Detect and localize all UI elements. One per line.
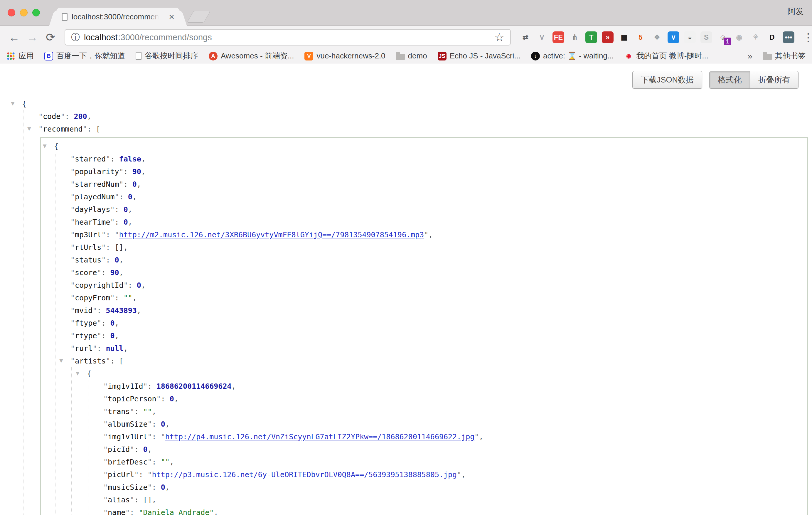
- format-button[interactable]: 格式化: [709, 71, 750, 88]
- json-key: playedNum: [75, 193, 115, 201]
- address-bar[interactable]: ⓘ localhost :3000/recommend/songs ☆: [65, 29, 511, 46]
- download-json-button[interactable]: 下载JSON数据: [632, 71, 702, 89]
- json-row: "rtype": 0,: [70, 330, 807, 342]
- json-row: "score": 90,: [70, 266, 807, 279]
- page-info-icon[interactable]: ⓘ: [71, 31, 80, 44]
- collapse-triangle-icon[interactable]: ▼: [43, 140, 47, 152]
- json-row: ▼{: [87, 367, 807, 380]
- bookmark-echojs[interactable]: JSEcho JS - JavaScri...: [438, 51, 521, 60]
- json-key: img1v1Id: [108, 382, 143, 391]
- fe-extension-icon[interactable]: FE: [552, 31, 564, 43]
- url-host: localhost: [84, 33, 117, 42]
- collapse-triangle-icon[interactable]: ▼: [76, 367, 80, 380]
- browser-toolbar: ← → ⟳ ⓘ localhost :3000/recommend/songs …: [0, 26, 812, 49]
- lastpass-extension-icon[interactable]: •••: [783, 31, 794, 43]
- bookmark-weibo-home[interactable]: ◉我的首页 微博-随时...: [624, 51, 708, 61]
- json-key: rtUrls: [75, 243, 101, 252]
- shield-t-extension-icon[interactable]: T: [585, 31, 597, 43]
- bookmark-active[interactable]: ↓active: ⌛ - waiting...: [531, 51, 614, 60]
- bookmark-echojs-icon: JS: [438, 52, 446, 60]
- bookmark-google-time-sort-label: 谷歌按时间排序: [145, 51, 198, 61]
- json-row: "rtUrls": [],: [70, 241, 807, 254]
- json-value: []: [143, 496, 152, 504]
- json-row: "copyrightId": 0,: [70, 279, 807, 291]
- maximize-window-button[interactable]: [32, 9, 40, 17]
- other-bookmarks-label: 其他书签: [775, 51, 806, 61]
- json-row: ▼{: [54, 140, 807, 153]
- bookmark-star-icon[interactable]: ☆: [494, 31, 504, 44]
- json-row: ▼"recommend": [: [38, 123, 812, 135]
- page-favicon-icon: [62, 13, 67, 21]
- json-row: "picUrl": "http://p3.music.126.net/6y-Ul…: [103, 468, 807, 481]
- bookmark-baidu[interactable]: B百度一下，你就知道: [44, 51, 125, 61]
- json-row: "picId": 0,: [103, 443, 807, 456]
- json-row: ▼"artists": [: [70, 355, 807, 367]
- json-row: "topicPerson": 0,: [103, 393, 807, 405]
- json-url-link[interactable]: http://m2.music.126.net/3XR6BU6yvtyVmFE8…: [119, 230, 424, 239]
- reload-button[interactable]: ⟳: [44, 31, 58, 44]
- collapse-triangle-icon[interactable]: ▼: [11, 97, 15, 110]
- tab-title-fade: [149, 11, 162, 23]
- json-tree: ▼{"code": 200,▼"recommend": [▼{"starred"…: [22, 97, 812, 515]
- html5-player-extension-icon[interactable]: 5: [635, 31, 646, 43]
- dark-reader-extension-icon[interactable]: D: [766, 31, 778, 43]
- json-value: 0: [143, 445, 148, 454]
- tab-close-button[interactable]: ×: [169, 12, 174, 22]
- json-key: picId: [108, 445, 130, 454]
- bookmark-google-time-sort-icon: [136, 52, 142, 60]
- monkey-extension-icon[interactable]: ☺1: [717, 31, 729, 43]
- json-value: null: [106, 344, 123, 353]
- bookmark-active-label: active: ⌛ - waiting...: [543, 51, 614, 60]
- json-value: 0: [161, 420, 165, 428]
- other-bookmarks-folder[interactable]: 其他书签: [763, 51, 806, 61]
- json-row: "alias": [],: [103, 493, 807, 506]
- translate-extension-icon[interactable]: ⇄: [520, 31, 531, 43]
- folder-icon: [763, 54, 772, 60]
- vue-devtools-extension-icon[interactable]: V: [536, 31, 548, 43]
- profile-name[interactable]: 阿发: [787, 6, 804, 17]
- bookmark-apps[interactable]: 应用: [6, 51, 34, 61]
- window-titlebar: localhost:3000/recommend/so × 阿发: [0, 0, 812, 26]
- incognito-extension-icon[interactable]: ◒: [684, 31, 696, 43]
- json-key: score: [75, 268, 97, 277]
- close-window-button[interactable]: [8, 9, 15, 17]
- back-button[interactable]: ←: [7, 31, 21, 44]
- collapse-triangle-icon[interactable]: ▼: [27, 122, 31, 135]
- minimize-window-button[interactable]: [20, 9, 28, 17]
- collapse-all-button[interactable]: 折叠所有: [750, 71, 798, 88]
- json-key: status: [75, 256, 101, 264]
- bookmark-demo-folder[interactable]: demo: [396, 51, 427, 60]
- collapse-triangle-icon[interactable]: ▼: [59, 354, 63, 367]
- json-value: 0: [110, 319, 115, 327]
- json-row: "playedNum": 0,: [70, 191, 807, 203]
- bookmark-google-time-sort[interactable]: 谷歌按时间排序: [136, 51, 198, 61]
- browser-tab[interactable]: localhost:3000/recommend/so ×: [56, 8, 180, 26]
- new-tab-button[interactable]: [187, 11, 210, 23]
- bird-extension-icon[interactable]: ⚘: [750, 31, 761, 43]
- json-url-link[interactable]: http://p4.music.126.net/VnZiScyynLG7atLI…: [165, 432, 475, 441]
- json-key: mp3Url: [75, 230, 101, 239]
- s-letter-extension-icon[interactable]: S: [700, 31, 712, 43]
- bookmark-awesomes[interactable]: AAwesomes - 前端资...: [209, 51, 294, 61]
- json-key: artists: [75, 357, 106, 365]
- chrome-menu-icon[interactable]: ⋮: [803, 31, 812, 44]
- json-row: "code": 200,: [38, 110, 812, 123]
- json-key: recommend: [43, 125, 83, 133]
- bookmarks-overflow-chevron[interactable]: »: [747, 51, 752, 61]
- bookmark-echojs-label: Echo JS - JavaScri...: [450, 51, 521, 60]
- extensions-row: ⇄VFE⋔T»▦5❖∨◒S☺1◉⚘D•••: [520, 31, 794, 43]
- download-chevrons-extension-icon[interactable]: ∨: [668, 31, 679, 43]
- bookmark-active-icon: ↓: [531, 52, 540, 60]
- monkey-extension-icon-badge: 1: [724, 37, 731, 45]
- bookmark-weibo-home-icon: ◉: [624, 52, 633, 60]
- weibo-gray-extension-icon[interactable]: ◉: [733, 31, 745, 43]
- bookmark-demo-folder-label: demo: [408, 51, 427, 60]
- json-url-link[interactable]: http://p3.music.126.net/6y-UleORITEDbvrO…: [152, 470, 457, 479]
- bookmark-vue-hackernews[interactable]: Vvue-hackernews-2.0: [304, 51, 385, 60]
- sitemap-extension-icon[interactable]: ⋔: [569, 31, 581, 43]
- json-row: "ftype": 0,: [70, 317, 807, 330]
- qrcode-extension-icon[interactable]: ▦: [618, 31, 630, 43]
- paw-extension-icon[interactable]: ❖: [651, 31, 663, 43]
- json-key: img1v1Url: [108, 432, 147, 441]
- video-speed-extension-icon[interactable]: »: [602, 31, 613, 43]
